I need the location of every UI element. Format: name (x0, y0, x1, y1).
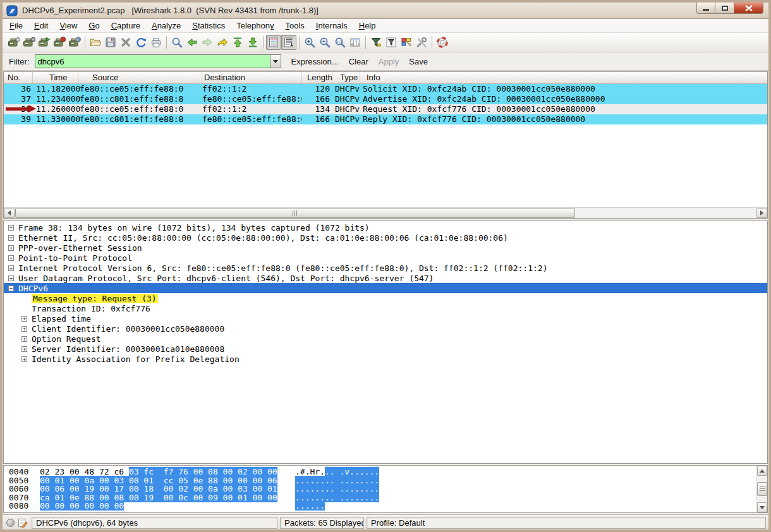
preferences-button[interactable] (414, 35, 429, 50)
reload-button[interactable] (133, 35, 149, 50)
expand-icon[interactable]: + (8, 225, 14, 231)
scroll-down-button[interactable] (757, 502, 767, 512)
menu-tools[interactable]: Tools (280, 20, 310, 32)
tree-row[interactable]: +Server Identifier: 00030001ca010e880008 (4, 344, 767, 354)
expand-icon[interactable]: + (21, 346, 27, 352)
tree-row[interactable]: +Client Identifier: 00030001cc050e880000 (4, 323, 767, 334)
hex-row-0040[interactable]: 004002 23 00 48 72 c6 03 fc f7 76 00 08 … (4, 468, 767, 476)
menu-capture[interactable]: Capture (106, 20, 146, 32)
file-close-button[interactable] (118, 35, 133, 50)
horizontal-scrollbar[interactable] (4, 207, 767, 218)
scroll-right-button[interactable] (756, 208, 767, 218)
expand-icon[interactable]: + (21, 326, 27, 332)
tree-row[interactable]: +PPP-over-Ethernet Session (4, 243, 767, 253)
menu-internals[interactable]: Internals (310, 20, 353, 32)
expression-button[interactable]: Expression... (291, 57, 339, 66)
go-to-bottom-button[interactable] (245, 35, 260, 50)
capture-stop-button[interactable] (52, 35, 67, 50)
packet-row-38[interactable]: 3811.260000fe80::ce05:eff:fe88:0ff02::1:… (4, 104, 767, 114)
hex-row-0060[interactable]: 006000 06 00 19 00 17 00 18 00 02 00 0a … (4, 485, 767, 493)
apply-button[interactable]: Apply (379, 57, 399, 66)
menu-file[interactable]: File (4, 20, 28, 32)
menu-view[interactable]: View (54, 20, 83, 32)
file-save-as-button[interactable] (103, 35, 118, 50)
tree-row[interactable]: +Ethernet II, Src: cc:05:0e:88:00:00 (cc… (4, 233, 767, 243)
tree-row[interactable]: −DHCPv6 (4, 283, 767, 293)
colorize-button[interactable] (266, 35, 281, 50)
packet-row-39[interactable]: 3911.330000fe80::c801:eff:fe88:8fe80::ce… (4, 114, 767, 124)
tree-row[interactable]: +Point-to-Point Protocol (4, 253, 767, 263)
column-header-length[interactable]: Length (302, 72, 332, 83)
menu-telephony[interactable]: Telephony (231, 20, 279, 32)
tree-row[interactable]: +User Datagram Protocol, Src Port: dhcpv… (4, 273, 767, 283)
capture-options-button[interactable] (21, 35, 37, 50)
column-header-source[interactable]: Source (78, 72, 202, 83)
go-to-packet-button[interactable] (215, 35, 230, 50)
display-filters-button[interactable] (384, 35, 399, 50)
go-to-top-button[interactable] (230, 35, 245, 50)
expand-icon[interactable]: + (8, 235, 14, 241)
go-forward-button[interactable] (200, 35, 215, 50)
save-button[interactable]: Save (409, 57, 428, 66)
capture-filters-button[interactable] (368, 35, 384, 50)
tree-row[interactable]: +Identity Association for Prefix Delegat… (4, 354, 767, 364)
menu-statistics[interactable]: Statistics (186, 20, 231, 32)
expand-icon[interactable]: + (8, 255, 14, 261)
hex-row-0070[interactable]: 0070ca 01 0e 88 00 08 00 19 00 0c 00 09 … (4, 493, 767, 502)
filter-input[interactable] (35, 55, 270, 68)
menu-help[interactable]: Help (353, 20, 382, 32)
autoscroll-button[interactable] (281, 35, 296, 50)
expand-icon[interactable]: + (8, 275, 14, 281)
scroll-left-button[interactable] (4, 208, 15, 218)
capture-start-button[interactable] (37, 35, 52, 50)
coloring-rules-button[interactable] (399, 35, 414, 50)
tree-row[interactable]: Transaction ID: 0xfcf776 (4, 303, 767, 313)
packet-row-37[interactable]: 3711.234000fe80::c801:eff:fe88:8fe80::ce… (4, 94, 767, 104)
menu-edit[interactable]: Edit (28, 20, 54, 32)
column-header-time[interactable]: Time (33, 72, 78, 83)
status-profile[interactable]: Profile: Default (367, 517, 766, 529)
column-header-destination[interactable]: Destination (202, 72, 302, 83)
filter-dropdown-button[interactable] (270, 55, 281, 68)
expert-info-led-icon[interactable] (6, 519, 15, 527)
tree-row[interactable]: +Elapsed time (4, 313, 767, 323)
column-header-type[interactable]: Type (332, 72, 360, 83)
tree-row[interactable]: +Internet Protocol Version 6, Src: fe80:… (4, 263, 767, 273)
horizontal-scrollbar-thumb[interactable] (15, 208, 575, 218)
expand-icon[interactable]: + (8, 245, 14, 251)
column-header-no[interactable]: No. (4, 72, 33, 83)
expand-icon[interactable]: + (21, 336, 27, 342)
minimize-button[interactable] (696, 3, 715, 14)
tree-row[interactable]: Message type: Request (3) (4, 293, 767, 303)
capture-comment-icon[interactable] (17, 517, 28, 528)
collapse-icon[interactable]: − (8, 286, 14, 291)
zoom-in-button[interactable] (302, 35, 317, 50)
menu-analyze[interactable]: Analyze (146, 20, 186, 32)
close-button[interactable] (734, 3, 763, 14)
vertical-scrollbar-thumb[interactable] (757, 482, 767, 496)
expand-icon[interactable]: + (21, 356, 27, 362)
zoom-100-button[interactable]: 1:1 (332, 35, 348, 50)
print-button[interactable] (149, 35, 164, 50)
scroll-up-button[interactable] (757, 466, 767, 476)
list-interfaces-button[interactable] (6, 35, 21, 50)
vertical-scrollbar[interactable] (756, 466, 767, 512)
tree-row[interactable]: +Frame 38: 134 bytes on wire (1072 bits)… (4, 222, 767, 233)
capture-restart-button[interactable] (67, 35, 82, 50)
maximize-button[interactable] (715, 3, 734, 14)
column-header-info[interactable]: Info (360, 72, 767, 83)
expand-icon[interactable]: + (21, 316, 27, 322)
hex-row-0080[interactable]: 008000 00 00 00 00 00...... (4, 502, 767, 511)
clear-button[interactable]: Clear (349, 57, 368, 66)
resize-columns-button[interactable] (348, 35, 363, 50)
title-bar[interactable]: DHCPv6_Experiment2.pcap [Wireshark 1.8.0… (3, 3, 768, 19)
go-back-button[interactable] (185, 35, 200, 50)
help-button[interactable] (435, 35, 450, 50)
hex-row-0050[interactable]: 005000 01 00 0a 00 03 00 01 cc 05 0e 88 … (4, 476, 767, 485)
menu-go[interactable]: Go (83, 20, 105, 32)
packet-row-36[interactable]: 3611.182000fe80::ce05:eff:fe88:0ff02::1:… (4, 84, 767, 94)
expand-icon[interactable]: + (8, 265, 14, 271)
find-packet-button[interactable] (169, 35, 185, 50)
zoom-out-button[interactable] (317, 35, 332, 50)
file-open-button[interactable] (88, 35, 103, 50)
